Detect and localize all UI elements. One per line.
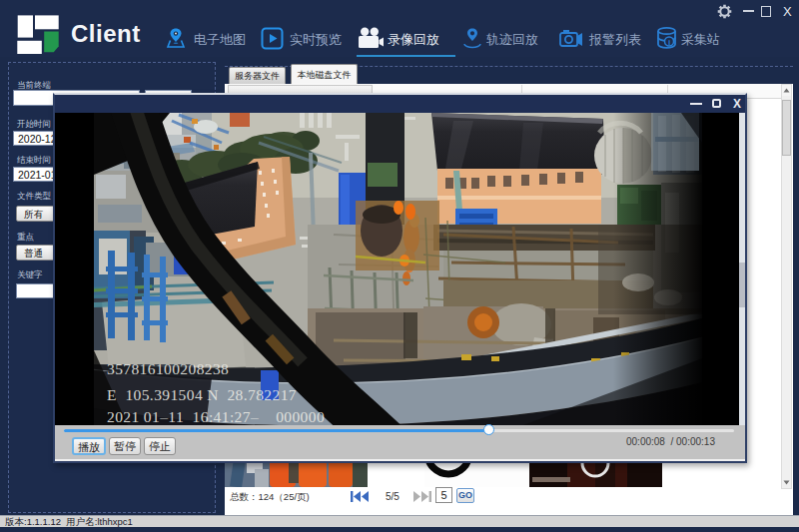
svg-text:E 105.391504 N 28.782217: E 105.391504 N 28.782217 — [107, 386, 297, 403]
svg-text:357816100208238: 357816100208238 — [107, 360, 229, 377]
svg-text:i: i — [668, 38, 670, 47]
svg-text:2021 01–11 16:41:27– 00000: 2021 01–11 16:41:27– 000000 — [107, 408, 325, 425]
